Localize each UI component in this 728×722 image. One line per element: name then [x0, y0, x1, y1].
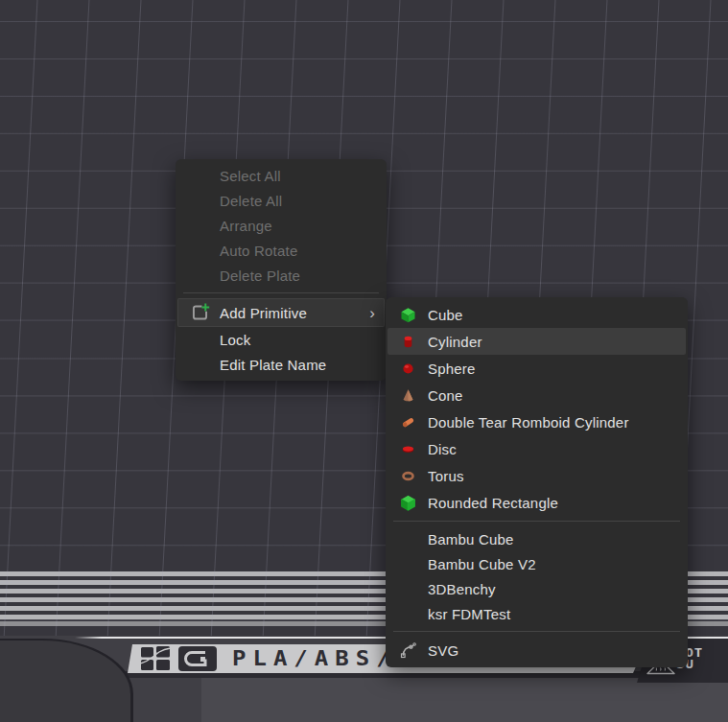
submenu-item-disc[interactable]: Disc — [386, 435, 688, 462]
submenu-item-rounded-rectangle[interactable]: Rounded Rectangle — [386, 489, 688, 516]
menu-item-delete-all: Delete All — [176, 188, 387, 213]
menu-item-auto-rotate: Auto Rotate — [176, 238, 387, 263]
submenu-item-3dbenchy[interactable]: 3DBenchy — [386, 576, 688, 601]
submenu-item-cone[interactable]: Cone — [386, 382, 688, 408]
submenu-item-ksr-fdmtest[interactable]: ksr FDMTest — [386, 601, 688, 626]
torus-icon — [399, 467, 416, 484]
menu-item-select-all: Select All — [176, 163, 387, 188]
plate-context-menu: Select All Delete All Arrange Auto Rotat… — [176, 159, 387, 381]
submenu-item-torus[interactable]: Torus — [386, 462, 688, 489]
menu-item-lock[interactable]: Lock — [176, 327, 387, 352]
menu-separator — [183, 292, 379, 293]
menu-item-delete-plate: Delete Plate — [176, 263, 387, 288]
submenu-item-svg[interactable]: SVG — [386, 637, 688, 664]
add-primitive-submenu: Cube Cylinder Sphere — [386, 297, 688, 667]
menu-item-arrange: Arrange — [176, 213, 387, 238]
submenu-item-sphere[interactable]: Sphere — [386, 355, 688, 382]
submenu-separator — [393, 521, 680, 522]
plate-code-icon — [178, 646, 217, 671]
sphere-icon — [399, 360, 416, 377]
cube-icon — [399, 306, 416, 323]
bambu-logo-icon — [140, 646, 171, 671]
submenu-separator — [393, 631, 680, 632]
cylinder-icon — [399, 333, 416, 350]
menu-item-edit-plate-name[interactable]: Edit Plate Name — [176, 352, 387, 377]
plate-front-face — [201, 677, 728, 722]
romboid-cylinder-icon — [399, 413, 416, 431]
submenu-item-cylinder[interactable]: Cylinder — [387, 328, 686, 355]
submenu-item-bambu-cube-v2[interactable]: Bambu Cube V2 — [386, 551, 688, 576]
submenu-item-cube[interactable]: Cube — [386, 301, 688, 328]
slicer-3d-viewport[interactable]: PLA/ABS/PETG HOT SU Select All Delete Al… — [0, 0, 728, 722]
plate-corner-cutout — [0, 639, 133, 722]
disc-icon — [399, 440, 416, 457]
cone-icon — [399, 386, 416, 404]
rounded-rectangle-icon — [399, 494, 416, 511]
add-primitive-icon — [190, 303, 210, 323]
svg-curve-icon — [399, 641, 416, 659]
menu-item-add-primitive[interactable]: Add Primitive › — [177, 298, 385, 327]
submenu-chevron-icon: › — [369, 305, 375, 321]
submenu-item-bambu-cube[interactable]: Bambu Cube — [386, 526, 688, 551]
submenu-item-double-tear-romboid-cylinder[interactable]: Double Tear Romboid Cylinder — [386, 408, 688, 435]
